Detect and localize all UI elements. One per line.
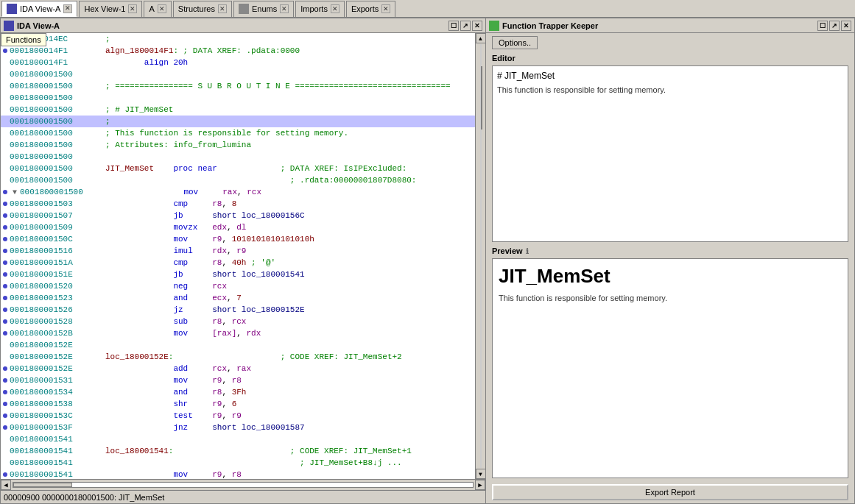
preview-label: Preview ℹ [492,246,848,255]
scroll-right-arrow[interactable]: ▶ [475,480,485,490]
tab-exports-close[interactable]: ✕ [381,4,390,13]
code-text: loc_180001541: ; CODE XREF: JIT_MemSet+1 [105,447,475,455]
options-button[interactable]: Options.. [492,36,538,49]
code-text: mov rax, rcx [116,188,475,196]
code-addr: 0001800001500 [10,176,105,185]
ftk-restore-btn[interactable]: ☐ [817,21,828,31]
dot-spacer [1,272,10,277]
breakpoint-dot [3,202,7,206]
editor-box[interactable]: # JIT_MemSet This function is responsibl… [492,65,848,242]
code-text: and r8, 3Fh [105,388,475,397]
ftk-titlebar-left: Function Trapper Keeper [489,21,598,31]
breakpoint-dot [3,402,7,406]
horiz-track[interactable] [13,482,474,488]
tab-ida-view-a[interactable]: IDA View-A ✕ [1,1,77,17]
scroll-up-arrow[interactable]: ▲ [476,33,486,43]
tab-structures-close[interactable]: ✕ [218,4,227,13]
code-addr: 0001800014F1 [10,58,105,67]
breakpoint-dot [3,272,7,277]
code-text: test r9, r9 [105,411,475,420]
code-text: jnz short loc_180001587 [105,423,475,432]
tab-structures-label: Structures [178,4,215,13]
code-addr: 0001800001500 [10,93,105,102]
breakpoint-dot [3,425,7,430]
dot-spacer [1,225,10,230]
scroll-track[interactable] [480,44,482,468]
tab-exports[interactable]: Exports ✕ [346,1,395,17]
tab-structures[interactable]: Structures ✕ [173,1,232,17]
code-text: cmp r8, 8 [105,199,475,208]
table-row: 0001800001523 and ecx, 7 [1,292,475,304]
code-text: movzx edx, dl [105,223,475,232]
breakpoint-dot [3,308,7,312]
code-text: ; # JIT_MemSet [105,105,475,114]
dot-spacer [1,366,10,371]
preview-box: JIT_MemSet This function is responsible … [492,258,848,478]
editor-description: This function is responsible for setting… [497,85,843,94]
breakpoint-dot [3,296,7,300]
ftk-panel-icon [489,21,499,31]
tab-a[interactable]: A ✕ [144,1,171,17]
ida-bottom: ◀ ▶ 00000900 0000000180001500: JIT_MemSe… [1,479,485,503]
scroll-left-arrow[interactable]: ◀ [1,480,11,490]
ftk-float-btn[interactable]: ↗ [829,21,840,31]
code-addr: 000180000152B [10,329,105,338]
tab-ida-close[interactable]: ✕ [63,4,72,13]
dot-spacer [1,260,10,265]
code-text: loc_18000152E: ; CODE XREF: JIT_MemSet+2 [105,352,475,361]
status-text: 00000900 0000000180001500: JIT_MemSet [4,493,164,502]
table-row: 0001800001534 and r8, 3Fh [1,386,475,398]
code-addr: 0001800001541 [10,435,105,444]
tab-enums[interactable]: Enums ✕ [233,1,294,17]
vertical-scrollbar[interactable]: ▲ ▼ [475,33,485,479]
code-text: ; ================ S U B R O U T I N E =… [105,82,475,90]
tab-ida-label: IDA View-A [20,4,60,13]
code-text: sub r8, rcx [105,317,475,326]
ida-restore-btn[interactable]: ☐ [448,21,459,31]
tab-imports[interactable]: Imports ✕ [295,1,345,17]
code-scroll[interactable]: 0001800014EC ; 0001800014F1 algn_1800014… [1,33,475,479]
tab-imports-close[interactable]: ✕ [331,4,339,13]
table-row: 0001800001541 loc_180001541: ; CODE XREF… [1,445,475,457]
breakpoint-dot [3,190,7,194]
breakpoint-dot [3,378,7,383]
table-row: 0001800001500 ; [1,116,475,127]
table-row: 0001800001503 cmp r8, 8 [1,198,475,210]
code-addr: 0001800001500 [10,129,105,138]
breakpoint-dot [3,249,7,253]
dot-spacer [1,296,10,300]
dot-spacer [1,190,10,194]
code-addr: 0001800001507 [10,211,105,220]
ftk-close-btn[interactable]: ✕ [841,21,851,31]
table-row: 0001800014F1 align 20h [1,57,475,68]
dot-spacer [1,319,10,324]
code-text: ; Attributes: info_from_lumina [105,141,475,149]
ida-close-btn[interactable]: ✕ [472,21,482,31]
ftk-panel-title: Function Trapper Keeper [502,21,598,30]
code-addr: 0001800001523 [10,294,105,302]
code-addr: 0001800001520 [10,282,105,291]
horiz-scroll-bar[interactable]: ◀ ▶ [1,480,485,490]
scroll-down-arrow[interactable]: ▼ [476,469,486,479]
table-row: 0001800014EC ; [1,33,475,45]
tab-hex-view[interactable]: Hex View-1 ✕ [79,1,142,17]
preview-info-icon: ℹ [526,247,529,255]
dot-spacer [1,378,10,383]
table-row: 0001800001541 mov r9, r8 [1,469,475,479]
ida-float-btn[interactable]: ↗ [460,21,471,31]
dot-spacer [1,308,10,312]
preview-desc: This function is responsible for setting… [499,294,842,302]
code-addr: 0001800001500 [10,117,105,126]
tab-enums-close[interactable]: ✕ [280,4,289,13]
code-addr: 0001800001500 [10,141,105,149]
table-row: 0001800001500 ; This function is respons… [1,127,475,139]
code-addr: 0001800001500 [10,82,105,90]
ftk-panel: Function Trapper Keeper ☐ ↗ ✕ Options.. … [486,18,855,504]
export-report-button[interactable]: Export Report [492,484,848,500]
tab-hex-close[interactable]: ✕ [128,4,137,13]
table-row: 000180000152E [1,339,475,351]
table-row: 0001800001500 ; .rdata:00000001807D8080: [1,174,475,186]
breakpoint-dot [3,331,7,336]
fold-indicator[interactable]: ▼ [10,188,20,196]
tab-a-close[interactable]: ✕ [158,4,166,13]
